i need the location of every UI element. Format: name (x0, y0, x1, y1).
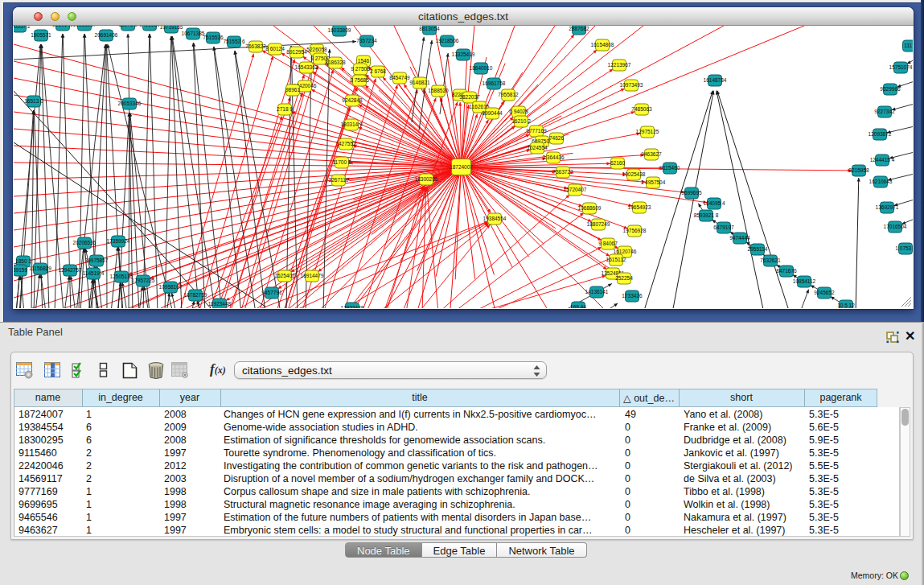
svg-text:10958107: 10958107 (159, 284, 183, 290)
svg-text:9699695: 9699695 (681, 190, 702, 196)
svg-text:2955114: 2955114 (748, 246, 768, 252)
svg-text:10025438: 10025438 (622, 171, 646, 177)
svg-text:10671385: 10671385 (182, 31, 205, 36)
svg-text:12923448: 12923448 (341, 305, 364, 308)
svg-text:19756928: 19756928 (623, 228, 647, 233)
svg-text:7485063: 7485063 (631, 106, 652, 112)
svg-text:7663822: 7663822 (245, 43, 266, 49)
svg-text:11923448: 11923448 (208, 301, 232, 307)
svg-text:15276 2: 15276 2 (118, 26, 138, 27)
svg-text:12975125: 12975125 (636, 129, 659, 134)
svg-text:16961758: 16961758 (483, 80, 506, 86)
svg-text:8215958: 8215958 (848, 167, 869, 173)
svg-text:10719155: 10719155 (160, 26, 183, 30)
svg-text:10 5 12: 10 5 12 (837, 303, 855, 308)
svg-text:9115460: 9115460 (660, 165, 680, 171)
svg-text:7625402: 7625402 (274, 273, 295, 278)
svg-text:19384554: 19384554 (483, 216, 507, 221)
svg-text:9 84067: 9 84067 (598, 241, 618, 246)
svg-text:11156829: 11156829 (29, 266, 51, 271)
svg-text:16782759: 16782759 (184, 292, 207, 298)
svg-text:1615112: 1615112 (606, 257, 626, 262)
svg-text:7515526: 7515526 (203, 35, 224, 40)
svg-text:7955812: 7955812 (498, 92, 519, 97)
svg-text:9245652: 9245652 (814, 290, 835, 295)
svg-text:252254: 252254 (615, 275, 633, 281)
svg-text:1588520: 1588520 (428, 88, 449, 93)
svg-text:2887682: 2887682 (569, 26, 589, 31)
svg-text:2718 9: 2718 9 (277, 106, 293, 112)
svg-text:9474444: 9474444 (729, 235, 750, 241)
svg-text:6 94028: 6 94028 (509, 109, 528, 114)
svg-text:8813054: 8813054 (419, 26, 440, 31)
svg-text:6479197: 6479197 (713, 225, 734, 230)
svg-text:18640910: 18640910 (470, 65, 493, 71)
svg-text:16513 0: 16513 0 (24, 98, 43, 104)
svg-text:16210 2: 16210 2 (511, 118, 531, 124)
svg-text:10854112: 10854112 (793, 278, 816, 284)
svg-text:9777169: 9777169 (526, 128, 547, 134)
svg-text:5226058: 5226058 (306, 47, 327, 52)
svg-text:20691406: 20691406 (95, 32, 118, 38)
svg-text:13325419: 13325419 (452, 51, 475, 57)
svg-text:7363722: 7363722 (552, 169, 573, 175)
svg-text:39975857: 39975857 (85, 257, 109, 263)
svg-text:190557 2: 190557 2 (14, 26, 31, 29)
svg-text:9242848: 9242848 (342, 97, 363, 103)
svg-text:1850 1: 1850 1 (15, 258, 31, 264)
svg-text:8593921 8: 8593921 8 (694, 212, 719, 218)
svg-text:14136141: 14136141 (585, 289, 609, 295)
svg-text:12093872: 12093872 (869, 131, 892, 137)
svg-text:39159: 39159 (14, 267, 27, 273)
svg-text:180314 9: 180314 9 (340, 122, 362, 127)
svg-text:7632621: 7632621 (760, 257, 781, 263)
svg-text:17016504: 17016504 (884, 224, 907, 229)
svg-text:16033809: 16033809 (328, 27, 351, 33)
svg-text:1427552: 1427552 (335, 141, 356, 146)
svg-text:1244415 4: 1244415 4 (870, 157, 895, 163)
svg-text:9463627: 9463627 (641, 151, 662, 157)
svg-text:19654923: 19654923 (628, 204, 651, 210)
svg-text:8 75685: 8 75685 (350, 77, 369, 83)
svg-text:8912954: 8912954 (286, 49, 307, 55)
svg-text:9457791: 9457791 (261, 290, 282, 295)
svg-text:12942757: 12942757 (59, 267, 82, 273)
svg-text:7357234: 7357234 (356, 38, 377, 43)
svg-text:1546: 1546 (358, 58, 370, 64)
svg-text:9227342: 9227342 (874, 109, 895, 114)
svg-text:12213967: 12213967 (608, 62, 631, 68)
svg-text:169 44: 169 44 (570, 304, 586, 308)
svg-text:18724007: 18724007 (450, 164, 473, 170)
svg-text:9329966: 9329966 (880, 86, 901, 92)
svg-text:1 0753 4: 1 0753 4 (895, 245, 913, 251)
svg-text:98961: 98961 (285, 87, 300, 93)
svg-text:1905571: 1905571 (31, 32, 51, 38)
svg-text:20053346: 20053346 (118, 101, 142, 106)
svg-text:10688609: 10688609 (578, 205, 602, 211)
svg-text:16914479: 16914479 (301, 273, 324, 278)
svg-text:17359924: 17359924 (107, 238, 130, 244)
svg-text:74626: 74626 (549, 135, 564, 141)
svg-text:1733426: 1733426 (622, 293, 643, 299)
svg-text:8 60124: 8 60124 (265, 46, 285, 51)
svg-text:13692971: 13692971 (876, 204, 899, 210)
svg-text:9146821: 9146821 (409, 80, 430, 85)
svg-text:1024554: 1024554 (527, 145, 548, 150)
svg-text:17957225: 17957225 (132, 278, 155, 283)
svg-text:751552 6: 751552 6 (223, 39, 244, 44)
svg-text:20206536: 20206536 (73, 240, 97, 245)
svg-text:10653287: 10653287 (73, 26, 97, 27)
svg-text:15751074: 15751074 (889, 64, 913, 70)
svg-text:8454749: 8454749 (389, 75, 410, 80)
svg-text:12505135: 12505135 (110, 274, 133, 279)
svg-text:2 364436: 2 364436 (542, 154, 564, 160)
svg-text:16210643: 16210643 (869, 179, 893, 184)
svg-text:16120746: 16120746 (614, 249, 637, 254)
svg-text:1117: 1117 (904, 43, 913, 48)
svg-text:8471676: 8471676 (776, 268, 797, 274)
svg-text:18300295: 18300295 (415, 176, 438, 182)
svg-text:16154808: 16154808 (591, 42, 614, 47)
svg-text:9 27508: 9 27508 (351, 66, 370, 72)
svg-text:8186328: 8186328 (325, 60, 346, 65)
svg-text:3822037: 3822037 (459, 94, 480, 100)
